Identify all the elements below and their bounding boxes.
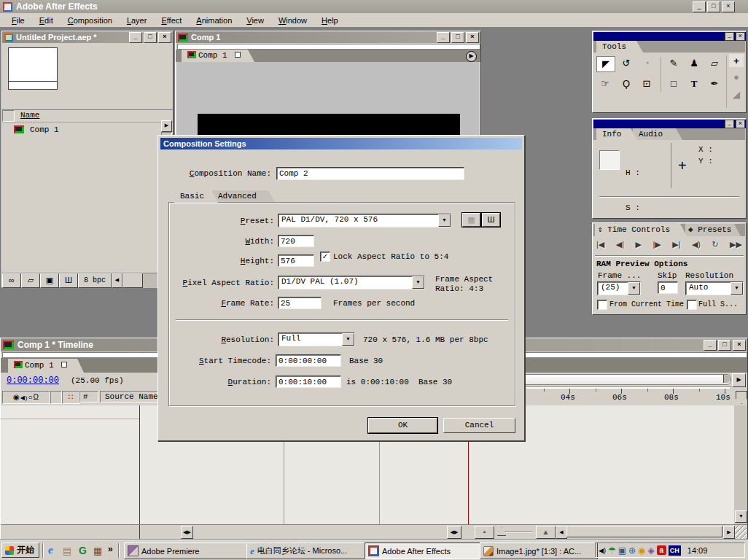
audio-button[interactable]: ◀) <box>692 240 701 249</box>
project-scroll-right[interactable]: ▶ <box>161 120 172 132</box>
tab-basic[interactable]: Basic <box>174 190 218 203</box>
find-button[interactable]: ∞ <box>2 273 21 288</box>
delete-button[interactable]: Ш <box>59 273 78 288</box>
first-frame-button[interactable]: |◀ <box>596 240 604 249</box>
task-browser-forum[interactable]: e 电白同乡论坛 - Microso... <box>246 542 367 559</box>
menu-help[interactable]: Help <box>314 15 346 26</box>
tab-audio[interactable]: Audio <box>633 128 682 140</box>
delete-preset-button[interactable]: Ш <box>482 213 500 227</box>
hscroll-thumb[interactable] <box>566 526 722 537</box>
new-folder-button[interactable]: ▱ <box>21 273 40 288</box>
composition-name-input[interactable]: Comp 2 <box>276 167 464 180</box>
tray-acdsee-icon[interactable]: a <box>657 545 666 555</box>
menu-composition[interactable]: Composition <box>61 15 120 26</box>
selection-tool[interactable]: ◤ <box>596 56 615 72</box>
eye-icon[interactable]: ◉ <box>13 393 20 401</box>
tools-close-button[interactable]: × <box>736 32 745 41</box>
project-titlebar[interactable]: Untitled Project.aep * _ □ × <box>2 31 173 43</box>
project-close-button[interactable]: × <box>158 32 171 43</box>
tray-clock[interactable]: 14:09 <box>687 546 708 555</box>
last-frame-button[interactable]: ▶| <box>672 240 680 249</box>
tools-minimize-button[interactable]: _ <box>725 32 734 41</box>
tools-tab[interactable]: Tools <box>596 41 643 52</box>
zoom-tool[interactable]: Ϙ <box>618 77 635 91</box>
comp-titlebar[interactable]: Comp 1 _ □ × <box>176 31 480 43</box>
roi-tool[interactable]: ⊡ <box>638 77 655 91</box>
timeline-tab[interactable]: Comp 1 <box>8 359 84 373</box>
full-screen-checkbox[interactable] <box>687 300 697 310</box>
timeline-close-button[interactable]: × <box>733 340 746 351</box>
quicklaunch-mail-icon[interactable]: ▤ <box>63 545 71 556</box>
sphere-tool[interactable]: ● <box>729 70 744 83</box>
preset-select[interactable]: PAL D1/DV, 720 x 576 ▼ <box>278 214 451 228</box>
app-restore-button[interactable]: □ <box>707 1 720 12</box>
duration-input[interactable]: 0:00:10:00 <box>276 376 341 388</box>
resolution-select[interactable]: Full ▼ <box>278 332 355 346</box>
panel-splitter-line[interactable] <box>139 405 140 524</box>
navigator-end-handle[interactable] <box>723 375 731 383</box>
info-minimize-button[interactable]: _ <box>725 120 734 128</box>
tools-palette-titlebar[interactable]: _ × <box>593 32 746 41</box>
menu-edit[interactable]: Edit <box>32 15 61 26</box>
tray-umbrella-icon[interactable]: ☂ <box>608 545 616 556</box>
menu-layer[interactable]: Layer <box>120 15 155 26</box>
skip-input[interactable]: 0 <box>658 281 678 294</box>
graph-splitter-handle[interactable]: ◀▶ <box>447 526 461 539</box>
timeline-vscroll[interactable]: ▼ <box>734 405 747 524</box>
menu-file[interactable]: File <box>4 15 32 26</box>
number-column-header[interactable]: # <box>79 391 98 402</box>
resize-grip[interactable] <box>735 526 747 539</box>
height-input[interactable]: 576 <box>278 254 314 267</box>
app-minimize-button[interactable]: _ <box>693 1 706 12</box>
source-name-column-header[interactable]: Source Name <box>100 391 158 402</box>
ram-resolution-arrow[interactable]: ▼ <box>731 282 743 295</box>
name-column-header[interactable]: Name <box>20 110 39 122</box>
brush-tool[interactable]: ✎ <box>665 56 682 71</box>
comp-viewer-menu-button[interactable]: ▶ <box>466 51 477 62</box>
parent-column-header[interactable]: ∷ <box>62 391 79 404</box>
task-adobe-premiere[interactable]: Adobe Premiere <box>124 542 249 559</box>
ram-frame-rate-arrow[interactable]: ▼ <box>628 282 640 295</box>
type-tool[interactable]: T <box>685 77 703 91</box>
tray-language-indicator[interactable]: CH <box>669 545 681 556</box>
preset-arrow[interactable]: ▼ <box>438 214 451 227</box>
ok-button[interactable]: OK <box>368 418 437 433</box>
frame-rate-input[interactable]: 25 <box>278 297 322 309</box>
rotate-tool[interactable]: ↺ <box>618 56 635 71</box>
timeline-maximize-button[interactable]: □ <box>718 340 731 351</box>
comp-close-button[interactable]: × <box>466 32 479 43</box>
next-frame-button[interactable]: |▶ <box>652 240 661 249</box>
ram-resolution-select[interactable]: Auto ▼ <box>685 281 744 295</box>
comp-maximize-button[interactable]: □ <box>451 32 464 43</box>
tray-windows-icon[interactable]: ◈ <box>648 545 655 556</box>
menu-view[interactable]: View <box>239 15 271 26</box>
tray-messenger-icon[interactable]: ◉ <box>638 545 645 556</box>
audio-icon[interactable]: ◀) <box>20 394 28 401</box>
play-button[interactable]: ▶ <box>636 240 642 249</box>
tab-info[interactable]: Info <box>596 128 637 140</box>
ram-preview-button[interactable]: ▶▶ <box>730 240 742 249</box>
hscroll-track[interactable] <box>566 526 723 537</box>
save-preset-button[interactable]: ▦ <box>462 213 480 227</box>
comp-tab-close-box[interactable] <box>235 52 241 58</box>
project-item-comp1[interactable]: Comp 1 <box>2 123 163 136</box>
new-composition-button[interactable]: ▣ <box>40 273 59 288</box>
tray-globe-icon[interactable]: ⊕ <box>628 545 636 556</box>
menu-animation[interactable]: Animation <box>189 15 239 26</box>
clone-stamp-tool[interactable]: ♟ <box>685 56 703 71</box>
timeline-menu-button[interactable]: ▶ <box>732 373 746 387</box>
comp-tab[interactable]: Comp 1 <box>182 50 254 62</box>
pixel-aspect-arrow[interactable]: ▼ <box>412 276 424 289</box>
project-hscroll-track[interactable] <box>122 273 162 288</box>
pen-tool[interactable]: ✒ <box>706 77 723 91</box>
current-timecode[interactable]: 0:00:00:00 <box>7 376 59 386</box>
quicklaunch-overflow-chevron[interactable]: » <box>108 544 113 554</box>
menu-effect[interactable]: Effect <box>154 15 189 26</box>
project-maximize-button[interactable]: □ <box>144 32 157 43</box>
quicklaunch-ie-icon[interactable]: e <box>48 544 53 556</box>
loop-button[interactable]: ↻ <box>712 240 718 249</box>
task-image-viewer[interactable]: Image1.jpg* [1:3] : AC... <box>480 542 598 559</box>
prev-frame-button[interactable]: ◀| <box>616 240 624 249</box>
mask-rect-tool[interactable]: □ <box>665 77 682 91</box>
quicklaunch-media-icon[interactable]: ▦ <box>93 545 102 556</box>
